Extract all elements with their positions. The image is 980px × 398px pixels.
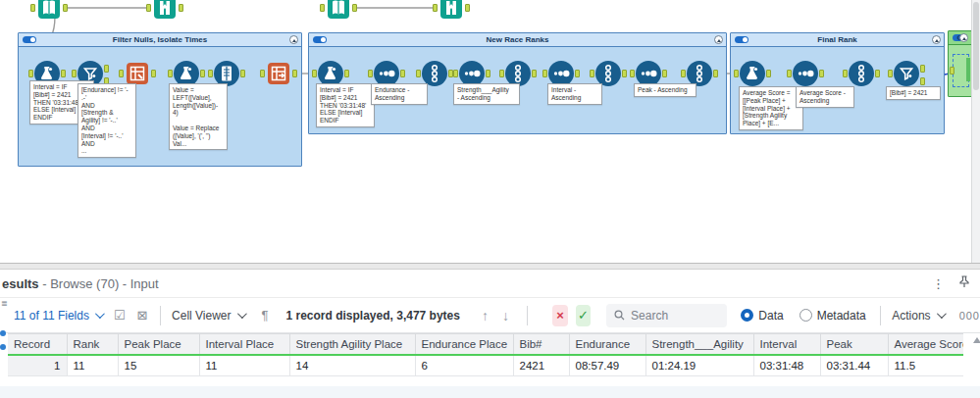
table-cell[interactable]: 14: [289, 355, 415, 376]
input-anchor[interactable]: [681, 70, 686, 77]
filter-tool[interactable]: [894, 61, 919, 86]
input-anchor[interactable]: [312, 70, 317, 77]
column-header[interactable]: Endurance: [569, 334, 645, 356]
table-scroll-up-icon[interactable]: [973, 337, 980, 343]
input-anchor[interactable]: [208, 70, 213, 77]
scroll-up-icon[interactable]: ↑: [482, 308, 489, 323]
table-cell[interactable]: 01:24.19: [645, 355, 753, 376]
actions-dropdown[interactable]: Actions: [892, 309, 943, 323]
container-collapse-button[interactable]: [959, 33, 968, 42]
column-header[interactable]: Rank: [67, 334, 118, 356]
input-anchor[interactable]: [260, 70, 265, 77]
output-anchor[interactable]: [400, 70, 405, 77]
input-anchor[interactable]: [950, 67, 954, 75]
column-header[interactable]: Peak: [820, 334, 888, 356]
select-all-checkbox-icon[interactable]: ☑: [114, 308, 126, 323]
workflow-canvas[interactable]: Filter Nulls, Isolate Times New Race Ran…: [0, 0, 972, 263]
input-anchor[interactable]: [320, 4, 325, 12]
output-anchor[interactable]: [875, 70, 880, 77]
input-anchor[interactable]: [30, 4, 35, 12]
table-cell[interactable]: 03:31.44: [820, 355, 888, 376]
anchor-indicator-icon[interactable]: [0, 330, 6, 336]
input-anchor[interactable]: [168, 70, 173, 77]
output-anchor[interactable]: [532, 70, 537, 77]
output-anchor[interactable]: [151, 70, 156, 77]
canvas-vertical-scrollbar[interactable]: [971, 0, 980, 263]
table-cell[interactable]: 2421: [513, 355, 569, 376]
input-anchor[interactable]: [416, 70, 421, 77]
input-anchor[interactable]: [787, 70, 792, 77]
output-anchor[interactable]: [662, 70, 667, 77]
input-anchor[interactable]: [630, 70, 635, 77]
column-header[interactable]: Interval: [753, 334, 820, 356]
table-row[interactable]: 1111511146242108:57.4901:24.1903:31:4803…: [8, 355, 963, 376]
input-tool[interactable]: [326, 0, 351, 21]
column-header[interactable]: Endurance Place: [415, 334, 513, 356]
table-cell[interactable]: 11: [67, 355, 118, 376]
input-anchor[interactable]: [542, 70, 547, 77]
output-anchor[interactable]: [766, 70, 771, 77]
sort-tool[interactable]: [793, 61, 818, 86]
container-collapse-button[interactable]: [932, 35, 941, 44]
input-anchor[interactable]: [119, 70, 124, 77]
radio-data[interactable]: Data: [741, 309, 783, 323]
scrollbar-thumb[interactable]: [973, 2, 979, 90]
container-header[interactable]: Filter Nulls, Isolate Times: [19, 33, 301, 47]
container-header[interactable]: Final Rank: [731, 33, 944, 47]
crosstab-tool[interactable]: [266, 61, 291, 86]
output-anchor[interactable]: [575, 70, 580, 77]
output-anchor[interactable]: [63, 4, 68, 12]
recordid-tool[interactable]: [849, 61, 874, 86]
output-anchor[interactable]: [344, 70, 349, 77]
input-anchor[interactable]: [433, 4, 438, 12]
radio-metadata[interactable]: Metadata: [799, 309, 866, 323]
input-anchor[interactable]: [499, 70, 504, 77]
formula-tool[interactable]: [740, 61, 765, 86]
search-input[interactable]: Search: [606, 304, 727, 327]
input-anchor[interactable]: [590, 70, 594, 77]
cancel-button[interactable]: ×: [552, 305, 567, 326]
column-header[interactable]: Strength___Agility: [645, 334, 753, 356]
column-header[interactable]: Record: [8, 334, 67, 356]
output-anchor[interactable]: [200, 70, 205, 77]
column-header[interactable]: Interval Place: [199, 334, 289, 356]
output-anchor[interactable]: [352, 4, 357, 12]
output-anchor[interactable]: [920, 77, 925, 85]
output-anchor[interactable]: [104, 65, 109, 73]
table-header-row[interactable]: RecordRankPeak PlaceInterval PlaceStreng…: [8, 334, 963, 356]
container-header[interactable]: O: [949, 31, 971, 45]
input-anchor[interactable]: [843, 70, 848, 77]
input-anchor[interactable]: [888, 70, 893, 77]
deselect-checkbox-icon[interactable]: ⊠: [137, 308, 148, 323]
input-tool[interactable]: [36, 0, 62, 21]
output-anchor[interactable]: [622, 70, 627, 77]
output-anchor[interactable]: [292, 70, 297, 77]
fields-dropdown[interactable]: 11 of 11 Fields: [14, 309, 102, 323]
anchor-indicator-icon[interactable]: [0, 344, 6, 350]
browse-tool[interactable]: [438, 0, 464, 21]
output-anchor[interactable]: [179, 4, 183, 12]
output-anchor[interactable]: [61, 70, 66, 77]
column-header[interactable]: Strength Agility Place: [289, 334, 415, 356]
input-anchor[interactable]: [146, 4, 151, 12]
input-anchor[interactable]: [453, 70, 458, 77]
table-cell[interactable]: 6: [415, 355, 513, 376]
output-anchor[interactable]: [713, 70, 718, 77]
table-cell[interactable]: 11.5: [888, 355, 963, 376]
container-header[interactable]: New Race Ranks: [309, 33, 726, 47]
table-cell[interactable]: 1: [8, 355, 67, 376]
container-collapse-button[interactable]: [289, 35, 298, 44]
column-header[interactable]: Bib#: [513, 334, 569, 356]
cell-viewer-dropdown[interactable]: Cell Viewer: [172, 309, 243, 323]
collapsed-tool[interactable]: [966, 58, 970, 81]
results-table[interactable]: RecordRankPeak PlaceInterval PlaceStreng…: [8, 333, 964, 376]
pilcrow-icon[interactable]: ¶: [262, 308, 269, 323]
panel-splitter[interactable]: [0, 263, 980, 270]
output-anchor[interactable]: [465, 4, 470, 12]
rail-menu-icon[interactable]: ≣: [1, 299, 8, 308]
table-cell[interactable]: 08:57.49: [569, 355, 645, 376]
container-collapse-button[interactable]: [714, 35, 723, 44]
table-cell[interactable]: 15: [118, 355, 199, 376]
scroll-down-icon[interactable]: ↓: [502, 308, 509, 323]
input-anchor[interactable]: [72, 70, 77, 77]
